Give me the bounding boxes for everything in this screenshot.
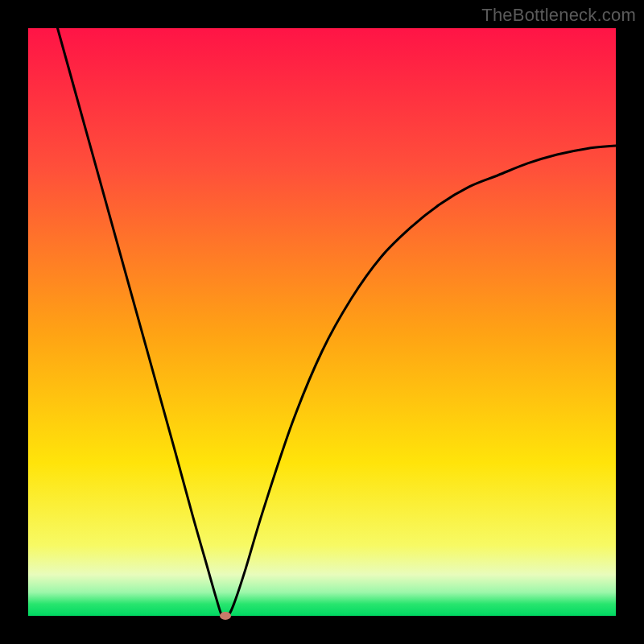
optimal-point-marker: [220, 612, 231, 620]
curve-path: [58, 28, 617, 617]
bottleneck-curve: [28, 28, 616, 616]
watermark-text: TheBottleneck.com: [481, 5, 636, 26]
chart-frame: TheBottleneck.com: [0, 0, 644, 644]
plot-area: [28, 28, 616, 616]
